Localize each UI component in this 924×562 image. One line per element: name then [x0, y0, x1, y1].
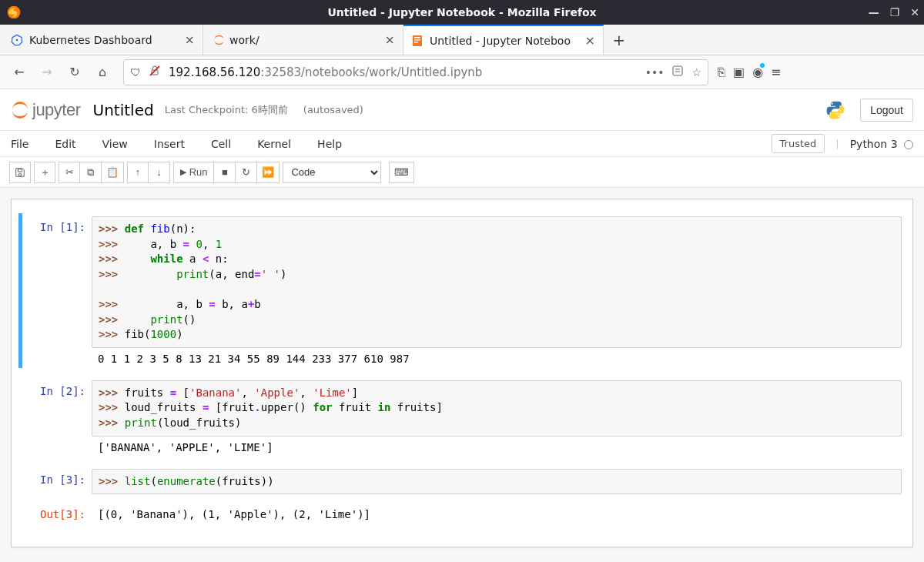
notebook-container[interactable]: In [1]: >>> def fib(n): >>> a, b = 0, 1 … [0, 188, 924, 562]
kernel-name[interactable]: Python 3 [850, 138, 913, 150]
code-cell[interactable]: In [3]: >>> list(enumerate(fruits)) [22, 466, 902, 498]
save-button[interactable] [9, 162, 31, 183]
cell-output: 0 1 1 2 3 5 8 13 21 34 55 89 144 233 377… [92, 348, 902, 365]
code-input[interactable]: >>> list(enumerate(fruits)) [92, 469, 902, 495]
close-icon[interactable]: × [385, 32, 395, 47]
url-text: 192.168.56.120:32583/notebooks/work/Unti… [169, 65, 638, 79]
library-icon[interactable]: ⎘ [718, 65, 725, 79]
svg-rect-4 [414, 37, 420, 38]
menu-file[interactable]: File [11, 138, 28, 150]
run-button[interactable]: ▶ Run [173, 162, 214, 183]
account-icon[interactable]: ◉ [752, 65, 763, 79]
restart-button[interactable]: ↻ [236, 162, 257, 183]
jupyter-logo-text: jupyter [32, 100, 81, 120]
command-palette-button[interactable]: ⌨ [389, 162, 414, 183]
close-window-button[interactable]: ✕ [910, 6, 919, 18]
close-icon[interactable]: × [185, 32, 195, 47]
in-prompt: In [3]: [22, 469, 92, 495]
svg-rect-6 [414, 42, 418, 43]
new-tab-button[interactable]: + [604, 25, 634, 55]
jupyter-header: jupyter Untitled Last Checkpoint: 6時間前 (… [0, 89, 924, 131]
jupyter-toolbar: ＋ ✂ ⧉ 📋 ↑ ↓ ▶ Run ■ ↻ ⏩ Code ⌨ [0, 157, 924, 188]
jupyter-logo[interactable]: jupyter [11, 100, 81, 120]
menu-cell[interactable]: Cell [211, 138, 231, 150]
firefox-icon [6, 5, 22, 20]
toolbar-right: ⎘ ▣ ◉ ≡ [718, 65, 785, 79]
checkpoint-status: Last Checkpoint: 6時間前 [165, 103, 288, 117]
window-titlebar: Untitled - Jupyter Notebook - Mozilla Fi… [0, 0, 924, 25]
cell-output: [(0, 'Banana'), (1, 'Apple'), (2, 'Lime'… [92, 503, 902, 520]
tab-kubernetes-dashboard[interactable]: Kubernetes Dashboard × [3, 25, 203, 55]
jupyter-menubar: File Edit View Insert Cell Kernel Help T… [0, 131, 924, 157]
logout-button[interactable]: Logout [860, 99, 913, 122]
cut-button[interactable]: ✂ [59, 162, 80, 183]
separator: | [835, 138, 839, 149]
svg-rect-5 [414, 39, 420, 41]
out-prompt: Out[3]: [22, 503, 92, 520]
window-buttons: — ❐ ✕ [869, 0, 919, 25]
minimize-button[interactable]: — [869, 6, 879, 18]
insert-cell-button[interactable]: ＋ [34, 162, 55, 183]
kernel-idle-icon [904, 140, 913, 149]
notebook-icon [411, 35, 424, 47]
menu-insert[interactable]: Insert [154, 138, 185, 150]
trusted-badge[interactable]: Trusted [772, 134, 825, 153]
menu-view[interactable]: View [102, 138, 128, 150]
sidebar-icon[interactable]: ▣ [733, 65, 745, 79]
move-down-button[interactable]: ↓ [149, 162, 170, 183]
cell-output: ['BANANA', 'APPLE', 'LIME'] [92, 437, 902, 453]
insecure-connection-icon[interactable] [149, 65, 161, 79]
output-cell: Out[3]: [(0, 'Banana'), (1, 'Apple'), (2… [22, 500, 902, 524]
autosave-status: (autosaved) [303, 104, 363, 115]
close-icon[interactable]: × [585, 33, 595, 48]
tab-title: Untitled - Jupyter Noteboo [430, 35, 579, 47]
svg-point-13 [838, 115, 839, 117]
tab-title: work/ [229, 34, 379, 46]
paste-button[interactable]: 📋 [102, 162, 124, 183]
code-input[interactable]: >>> def fib(n): >>> a, b = 0, 1 >>> whil… [92, 216, 902, 348]
move-up-button[interactable]: ↑ [127, 162, 149, 183]
menu-help[interactable]: Help [317, 138, 342, 150]
window-title: Untitled - Jupyter Notebook - Mozilla Fi… [327, 6, 596, 18]
svg-point-2 [16, 38, 18, 41]
cell-type-select[interactable]: Code [283, 162, 381, 183]
browser-tabstrip: Kubernetes Dashboard × work/ × Untitled … [0, 25, 924, 55]
interrupt-button[interactable]: ■ [214, 162, 236, 183]
maximize-button[interactable]: ❐ [890, 6, 900, 18]
page-actions-icon[interactable]: ••• [645, 66, 665, 79]
kubernetes-icon [11, 34, 23, 46]
jupyter-icon [211, 34, 223, 46]
browser-navbar: ← → ↻ ⌂ 🛡 192.168.56.120:32583/notebooks… [0, 55, 924, 89]
menu-edit[interactable]: Edit [55, 138, 75, 150]
code-input[interactable]: >>> fruits = ['Banana', 'Apple', 'Lime']… [92, 380, 902, 437]
code-cell[interactable]: In [1]: >>> def fib(n): >>> a, b = 0, 1 … [18, 213, 902, 368]
bookmark-star-icon[interactable]: ☆ [691, 66, 701, 79]
copy-button[interactable]: ⧉ [80, 162, 102, 183]
tab-untitled-notebook[interactable]: Untitled - Jupyter Noteboo × [403, 25, 604, 55]
svg-rect-9 [673, 66, 682, 75]
svg-point-12 [832, 102, 833, 104]
reader-mode-icon[interactable] [671, 65, 684, 79]
address-bar[interactable]: 🛡 192.168.56.120:32583/notebooks/work/Un… [123, 59, 708, 85]
code-cell[interactable]: In [2]: >>> fruits = ['Banana', 'Apple',… [22, 377, 902, 457]
in-prompt: In [1]: [22, 216, 92, 365]
tab-work[interactable]: work/ × [203, 25, 403, 55]
python-icon[interactable] [825, 99, 846, 121]
jupyter-logo-icon [11, 101, 29, 119]
home-button[interactable]: ⌂ [91, 61, 114, 84]
tracking-shield-icon[interactable]: 🛡 [130, 66, 141, 79]
menu-kernel[interactable]: Kernel [257, 138, 291, 150]
notebook-title[interactable]: Untitled [93, 101, 154, 119]
forward-button[interactable]: → [35, 61, 59, 84]
restart-run-all-button[interactable]: ⏩ [257, 162, 280, 183]
reload-button[interactable]: ↻ [63, 61, 86, 84]
notebook: In [1]: >>> def fib(n): >>> a, b = 0, 1 … [11, 199, 913, 547]
back-button[interactable]: ← [8, 61, 31, 84]
tab-title: Kubernetes Dashboard [29, 34, 179, 46]
in-prompt: In [2]: [22, 380, 92, 453]
menu-icon[interactable]: ≡ [771, 65, 781, 79]
